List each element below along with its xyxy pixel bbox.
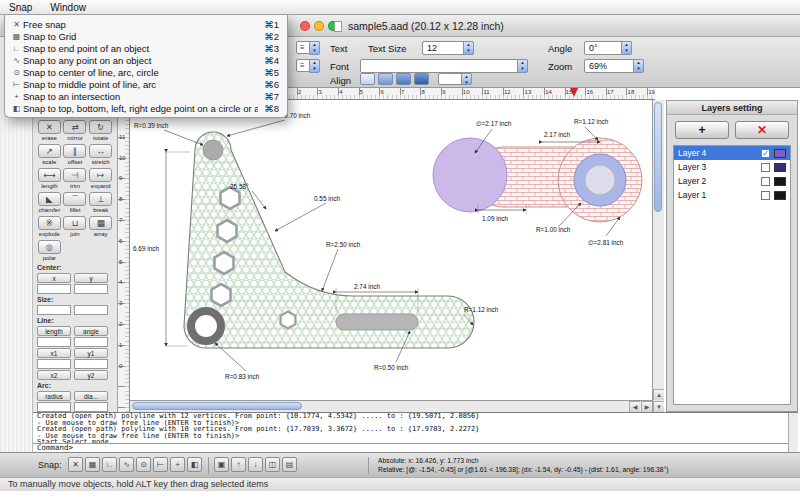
line-x1-input[interactable] <box>37 359 71 369</box>
length-tool-button[interactable]: ⟷ <box>38 168 61 182</box>
layer-row[interactable]: Layer 3 <box>674 160 790 174</box>
layer-color-swatch[interactable] <box>774 177 786 186</box>
stretch-tool-button[interactable]: ↔ <box>89 144 112 158</box>
add-layer-button[interactable]: + <box>675 121 729 139</box>
array-tool-button[interactable]: ▦ <box>89 216 112 230</box>
trim-tool-button[interactable]: ⊣ <box>63 168 86 182</box>
chip-length[interactable]: length <box>37 326 71 336</box>
layer-color-swatch[interactable] <box>774 191 786 200</box>
scroll-left-button[interactable]: ◀ <box>629 401 640 412</box>
layer-row[interactable]: Layer 2 <box>674 174 790 188</box>
scroll-up-button[interactable]: ▲ <box>653 389 664 400</box>
join-tool-button[interactable]: ⊔ <box>63 216 86 230</box>
free-snap-toggle[interactable]: ✕ <box>68 457 83 472</box>
align-combo[interactable]: ▲▼ <box>438 73 472 85</box>
menu-item-snap-intersection[interactable]: +Snap to an intersection⌘7 <box>5 90 287 102</box>
chip-angle[interactable]: angle <box>74 326 108 336</box>
line-weight-stepper[interactable]: ≡▲▼ <box>296 59 320 72</box>
align-option-2[interactable] <box>378 73 393 85</box>
layer-color-swatch[interactable] <box>774 163 786 172</box>
chip-x1[interactable]: x1 <box>37 348 71 358</box>
zoom-combo[interactable]: 69%▲▼ <box>584 59 644 73</box>
font-combo[interactable]: ▲▼ <box>360 59 528 73</box>
chip-radius[interactable]: radius <box>37 391 71 401</box>
chip-y1[interactable]: y1 <box>74 348 108 358</box>
menu-item-snap-any-point[interactable]: ∿Snap to any point on an object⌘4 <box>5 54 287 66</box>
vertical-scrollbar[interactable]: ▲ ▼ <box>652 100 664 412</box>
layer-visibility-checkbox[interactable] <box>761 163 770 172</box>
menu-window[interactable]: Window <box>41 0 95 15</box>
chamfer-tool-button[interactable]: ◣ <box>38 192 61 206</box>
line-angle-input[interactable] <box>74 337 108 347</box>
vscroll-thumb[interactable] <box>654 102 662 212</box>
align-option-4[interactable] <box>414 73 429 85</box>
scroll-right-button[interactable]: ▶ <box>641 401 652 412</box>
menu-item-snap-edge[interactable]: ◧Snap to top, bottom, left, right edge p… <box>5 102 287 114</box>
layer-row[interactable]: Layer 4✓ <box>674 146 790 160</box>
menu-snap[interactable]: Snap <box>0 0 41 15</box>
line-style-stepper[interactable]: ≡▲▼ <box>296 41 320 54</box>
horizontal-scrollbar[interactable]: ◀ ▶ <box>130 400 652 412</box>
command-prompt[interactable]: Command> <box>33 443 788 452</box>
snap-center-toggle[interactable]: ⊙ <box>136 457 151 472</box>
layer-row[interactable]: Layer 1 <box>674 188 790 202</box>
rotate-tool-button[interactable]: ↻ <box>89 120 112 134</box>
erase-tool-button[interactable]: ✕ <box>38 120 61 134</box>
layer-visibility-checkbox[interactable] <box>761 177 770 186</box>
stepper-arrows-icon[interactable]: ▲▼ <box>309 41 320 55</box>
layer-color-swatch[interactable] <box>774 149 786 158</box>
menu-item-snap-to-grid[interactable]: ▦Snap to Grid⌘2 <box>5 30 287 42</box>
offset-tool-button[interactable]: ∥ <box>63 144 86 158</box>
arc-dia-input[interactable] <box>74 402 108 412</box>
chip-y2[interactable]: y2 <box>74 370 108 380</box>
explode-tool-button[interactable]: ※ <box>38 216 61 230</box>
align-option-3[interactable] <box>396 73 411 85</box>
line-length-input[interactable] <box>37 337 71 347</box>
snap-grid-toggle[interactable]: ▦ <box>85 457 100 472</box>
polar-tool-button[interactable]: ◎ <box>38 240 61 254</box>
hscroll-thumb[interactable] <box>132 402 302 410</box>
command-console[interactable]: Created (open path) polyline with 12 ver… <box>33 412 798 452</box>
stepper-arrows-icon[interactable]: ▲▼ <box>461 73 472 85</box>
layout-grid-button[interactable]: ▤ <box>282 457 297 472</box>
chip-dia[interactable]: dia... <box>74 391 108 401</box>
chip-y[interactable]: y <box>74 273 108 283</box>
chip-x[interactable]: x <box>37 273 71 283</box>
size-h-input[interactable] <box>74 305 108 315</box>
angle-field[interactable]: 0°▲▼ <box>584 41 632 55</box>
drawing-area[interactable]: R=0.39 inch R=0.70 inch 25.58° 0.55 inch… <box>130 100 652 400</box>
menu-item-snap-endpoint[interactable]: ∟Snap to end point of an object⌘3 <box>5 42 287 54</box>
delete-layer-button[interactable]: ✕ <box>735 121 789 139</box>
stepper-arrows-icon[interactable]: ▲▼ <box>633 59 644 73</box>
move-down-button[interactable]: ↓ <box>248 457 263 472</box>
stepper-arrows-icon[interactable]: ▲▼ <box>463 41 474 55</box>
menu-item-snap-center[interactable]: ⊙Snap to center of line, arc, circle⌘5 <box>5 66 287 78</box>
text-size-combo[interactable]: 12▲▼ <box>422 41 474 55</box>
layer-visibility-checkbox[interactable] <box>761 191 770 200</box>
arc-radius-input[interactable] <box>37 402 71 412</box>
menu-item-free-snap[interactable]: ✕Free snap⌘1 <box>5 18 287 30</box>
minimize-window-button[interactable] <box>314 21 324 31</box>
center-y-input[interactable] <box>74 284 108 294</box>
stepper-arrows-icon[interactable]: ▲▼ <box>621 41 632 55</box>
menu-item-snap-middle[interactable]: ⊢Snap to middle point of line, arc⌘6 <box>5 78 287 90</box>
close-window-button[interactable] <box>300 21 310 31</box>
snap-intersection-toggle[interactable]: + <box>170 457 185 472</box>
scale-tool-button[interactable]: ↗ <box>38 144 61 158</box>
fillet-tool-button[interactable]: ⌒ <box>63 192 86 206</box>
align-option-1[interactable] <box>360 73 375 85</box>
stepper-arrows-icon[interactable]: ▲▼ <box>309 59 320 73</box>
size-w-input[interactable] <box>37 305 71 315</box>
layout-split-button[interactable]: ◫ <box>265 457 280 472</box>
lock-button[interactable]: ▣ <box>214 457 229 472</box>
scroll-down-button[interactable]: ▼ <box>653 401 664 412</box>
move-up-button[interactable]: ↑ <box>231 457 246 472</box>
break-tool-button[interactable]: ⊥ <box>89 192 112 206</box>
chip-x2[interactable]: x2 <box>37 370 71 380</box>
snap-edge-toggle[interactable]: ◧ <box>187 457 202 472</box>
snap-endpoint-toggle[interactable]: ∟ <box>102 457 117 472</box>
layer-visibility-checkbox[interactable]: ✓ <box>761 149 770 158</box>
expand-tool-button[interactable]: ↦ <box>89 168 112 182</box>
snap-middle-toggle[interactable]: ⊢ <box>153 457 168 472</box>
stepper-arrows-icon[interactable]: ▲▼ <box>517 59 528 73</box>
